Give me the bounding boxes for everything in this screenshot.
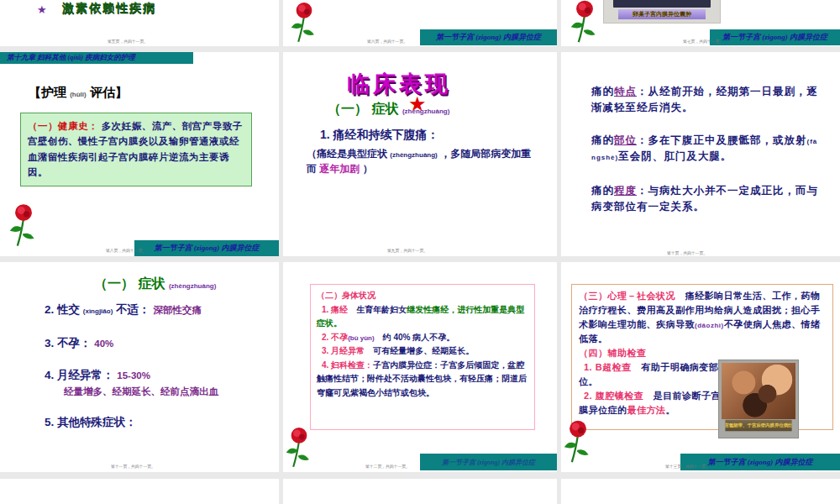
text: 可有经量增多、经期延长。 xyxy=(365,346,474,355)
text: ： xyxy=(637,185,648,197)
label: 2. 腹腔镜检查 xyxy=(584,391,643,401)
symptom-heading: （一） 症状 (zhèngzhuàng) xyxy=(94,276,216,293)
slide-thumbnail-page-11[interactable]: （一） 症状 (zhèngzhuàng) 2. 性交 (xìngjiāo) 不适… xyxy=(0,262,279,472)
heading-text: 评估】 xyxy=(90,85,128,99)
slide5-title: 激素依赖性疾病 xyxy=(62,1,156,16)
text: 约 40% 病人不孕。 xyxy=(375,333,455,342)
symptom-item-2: 2. 性交 (xìngjiāo) 不适： 深部性交痛 xyxy=(45,302,202,318)
slide-thumbnail-page-7[interactable]: 卵巢子宫内膜异位囊肿 第一节子宫 (zigong) 内膜异位症 第七页，共四十一… xyxy=(561,0,840,46)
symptom-heading: （一） 症状 (zhèngzhuàng) xyxy=(328,101,449,118)
slide-thumbnail-page-16[interactable] xyxy=(561,479,840,504)
box-line-5: 4. 妇科检查：子宫内膜异位症：子宫多后倾固定，盆腔触痛性结节；附件处不活动囊性… xyxy=(317,359,528,401)
red-star-icon: ★ xyxy=(408,94,427,114)
page-number-footer: 第十三页，共四十一页。 xyxy=(665,464,710,470)
heading-number: （一） xyxy=(94,276,134,291)
keyword-location: 部位 xyxy=(614,134,637,146)
slide-thumbnail-page-6[interactable]: 第一节子宫 (zigong) 内膜异位症 第六页，共四十一页。 xyxy=(283,0,557,46)
image-dark-strip xyxy=(613,0,711,8)
image-caption-banner: 卵巢子宫内膜异位囊肿 xyxy=(618,9,706,19)
page-number-footer: 第十一页，共四十一页。 xyxy=(111,464,155,470)
section-banner: 第一节子宫 (zigong) 内膜异位症 xyxy=(420,454,557,470)
heading-label: 症状 xyxy=(371,102,398,116)
section-banner: 第一节子宫 (zigong) 内膜异位症 xyxy=(710,29,840,45)
physical-condition-box: （二）身体状况 1. 痛经 生育年龄妇女继发性痛经，进行性加重是典型症状。 2.… xyxy=(310,284,535,430)
text: ： xyxy=(637,86,648,97)
page-number-footer: 第十二页，共四十一页。 xyxy=(365,464,410,470)
slide-thumbnail-page-12[interactable]: （二）身体状况 1. 痛经 生育年龄妇女继发性痛经，进行性加重是典型症状。 2.… xyxy=(283,262,557,472)
note-text: （痛经是典型症状 xyxy=(307,148,387,160)
slide-thumbnail-page-14[interactable] xyxy=(0,479,279,504)
symptom-item-1: 1. 痛经和持续下腹痛： xyxy=(320,128,439,143)
heading-number: （一） xyxy=(328,102,368,116)
note-pinyin: (zhèngzhuàng) xyxy=(390,151,437,159)
heading-pinyin: (zhèngzhuàng) xyxy=(169,282,216,290)
label: 4. 妇科检查： xyxy=(322,360,373,370)
box-line-bscan: 1. B超检查 有助于明确病变部位。 xyxy=(579,360,722,389)
slide-sorter-view: ★ 激素依赖性疾病 第五页，共四十一页。 第一节子宫 (zigong) 内膜异位… xyxy=(0,0,840,504)
rose-image xyxy=(563,418,593,464)
page-number-footer: 第五页，共四十一页。 xyxy=(108,39,148,45)
note-text: ） xyxy=(363,163,373,175)
text: 痛的 xyxy=(591,86,614,97)
section-banner: 第一节子宫 (zigong) 内膜异位症 xyxy=(134,240,279,256)
keyword-feature: 特点 xyxy=(614,86,637,97)
text: 多在下腹正中及腰骶部，或放射 xyxy=(648,134,807,146)
page-number-footer: 第九页，共四十一页。 xyxy=(387,248,428,254)
box-line-1: （二）身体状况 xyxy=(317,289,528,303)
pinyin: (bù yùn) xyxy=(348,334,375,342)
box-line-laparoscopy: 2. 腹腔镜检查 是目前诊断子宫内膜异位症的最佳方法。 xyxy=(579,389,734,417)
heading-pinyin: (hùlǐ) xyxy=(70,91,87,98)
text: 生育年龄妇女 xyxy=(348,305,407,314)
label: 2. 不孕 xyxy=(322,333,348,342)
clinical-manifestation-title: 临床表现 xyxy=(347,69,451,99)
note-highlight: 逐年加剧 xyxy=(319,163,360,175)
rose-image xyxy=(570,0,600,45)
heading-label: 症状 xyxy=(138,276,165,291)
box-line-4: 3. 月经异常 可有经量增多、经期延长。 xyxy=(317,344,528,359)
symptom-item-5: 5. 其他特殊症状： xyxy=(45,415,137,430)
photo-content xyxy=(722,363,795,419)
slide-thumbnail-page-9[interactable]: 临床表现 （一） 症状 (zhèngzhuàng) ★ 1. 痛经和持续下腹痛：… xyxy=(283,52,557,256)
slide-thumbnail-page-10[interactable]: 痛的特点：从经前开始，经期第一日最剧，逐渐减轻至经后消失。 痛的部位：多在下腹正… xyxy=(561,52,840,256)
slide-thumbnail-page-8[interactable]: 第十九章 妇科其他 (qítā) 疾病妇女的护理 【护理 (hùlǐ) 评估】 … xyxy=(0,52,279,256)
text: 。 xyxy=(666,405,676,415)
label: （二）身体状况 xyxy=(317,291,375,300)
rose-image xyxy=(8,202,39,248)
symptom-item-4: 4. 月经异常： 15-30% xyxy=(45,368,150,383)
star-bullet-icon: ★ xyxy=(37,3,47,16)
text: 不适： xyxy=(116,303,150,316)
laparoscopy-photo: 宫骶韧带、子宫后壁内膜异位病灶 xyxy=(718,360,799,438)
box-line-aux: （四）辅助检查 xyxy=(579,346,826,360)
highlight: 40% xyxy=(94,339,113,349)
page-number-footer: 第七页，共四十一页。 xyxy=(683,39,723,45)
pain-feature-paragraph: 痛的特点：从经前开始，经期第一日最剧，逐渐减轻至经后消失。 xyxy=(591,84,822,116)
slide-thumbnail-page-5[interactable]: ★ 激素依赖性疾病 第五页，共四十一页。 xyxy=(0,0,279,46)
health-history-label: （一）健康史： xyxy=(28,121,98,131)
text: ： xyxy=(637,134,648,146)
health-history-box: （一）健康史： 多次妊娠、流产、剖宫产导致子宫壁创伤、慢性子宫内膜炎以及输卵管通… xyxy=(20,113,252,186)
slide-thumbnail-page-13[interactable]: （三）心理－社会状况 痛经影响日常生活、工作，药物治疗疗程长、费用高及副作用均给… xyxy=(561,262,840,472)
label: （四）辅助检查 xyxy=(579,348,647,358)
highlight: 15-30% xyxy=(117,370,150,381)
photo-caption: 宫骶韧带、子宫后壁内膜异位病灶 xyxy=(725,420,791,432)
symptom-item-3: 3. 不孕： 40% xyxy=(45,336,113,351)
slide-thumbnail-page-15[interactable] xyxy=(283,479,557,504)
label: 1. 痛经 xyxy=(322,305,348,314)
label: 3. 月经异常 xyxy=(322,346,365,355)
pinyin: (dǎozhì) xyxy=(695,322,724,329)
pinyin: (xìngjiāo) xyxy=(83,307,113,315)
text: 4. 月经异常： xyxy=(45,369,114,381)
symptom-item-4-detail: 经量增多、经期延长、经前点滴出血 xyxy=(64,386,218,398)
text: 2. 性交 xyxy=(45,303,80,316)
label: （三）心理－社会状况 xyxy=(579,291,675,301)
text: 至会阴、肛门及大腿。 xyxy=(618,150,732,162)
text: 痛的 xyxy=(591,134,614,146)
chapter-header-banner: 第十九章 妇科其他 (qítā) 疾病妇女的护理 xyxy=(0,52,193,64)
ovary-endometriosis-image: 卵巢子宫内膜异位囊肿 xyxy=(603,0,721,24)
rose-image xyxy=(285,425,313,469)
page-number-footer: 第六页，共四十一页。 xyxy=(367,39,407,45)
rose-image xyxy=(290,0,318,45)
page-number-footer: 第十页，共四十一页。 xyxy=(667,250,707,256)
page-number-footer: 第八页，共四十一页。 xyxy=(106,248,146,254)
text: 痛的 xyxy=(591,185,614,197)
